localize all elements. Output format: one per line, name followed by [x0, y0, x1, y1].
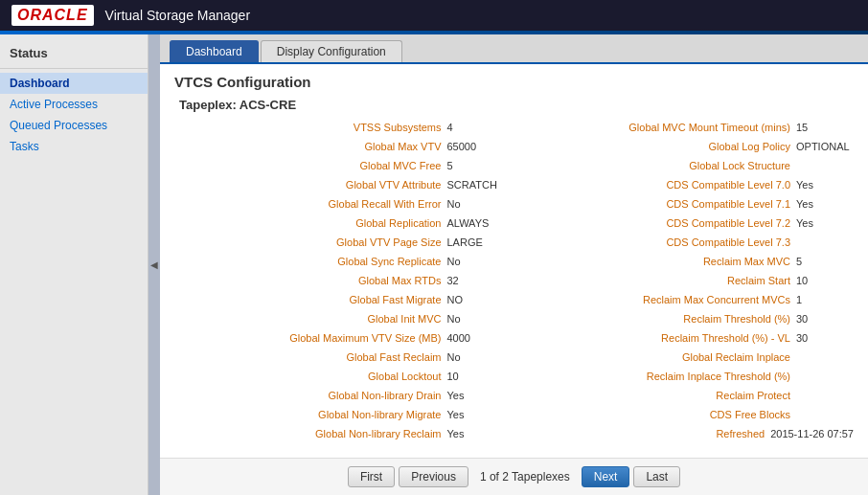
config-label: Global MVC Mount Timeout (mins) [524, 122, 797, 133]
config-value: Yes [796, 179, 854, 191]
config-row: Global MVC Free 5 [174, 160, 505, 176]
config-value: OPTIONAL [796, 141, 854, 152]
config-row: Reclaim Max MVC 5 [524, 256, 855, 272]
config-label: Reclaim Max MVC [524, 256, 797, 267]
config-label: Global Init MVC [174, 313, 447, 325]
config-label: VTSS Subsystems [174, 122, 447, 133]
sidebar-title: Status [0, 42, 148, 69]
config-row: Global Fast Migrate NO [174, 294, 505, 310]
config-row: Global Log Policy OPTIONAL [524, 141, 855, 157]
config-section: VTSS Subsystems 4 Global Max VTV 65000 G… [174, 122, 854, 447]
page-title: VTCS Configuration [174, 74, 854, 90]
config-label: Global Log Policy [524, 141, 797, 152]
config-row: Global Non-library Reclaim Yes [174, 428, 505, 444]
config-value: 65000 [447, 141, 505, 152]
config-label: Reclaim Threshold (%) [524, 313, 797, 325]
config-label: Global Lock Structure [524, 160, 797, 171]
config-row: Global Init MVC No [174, 313, 505, 329]
config-row: Global Reclaim Inplace [524, 351, 855, 368]
config-value: Yes [796, 198, 854, 210]
config-label: Global Fast Migrate [174, 294, 447, 305]
config-row: Reclaim Protect [524, 390, 855, 406]
left-config-column: VTSS Subsystems 4 Global Max VTV 65000 G… [174, 122, 505, 447]
config-value: 15 [796, 122, 854, 133]
config-row: CDS Compatible Level 7.1 Yes [524, 198, 855, 214]
config-value: 4 [447, 122, 505, 133]
config-value: Yes [447, 428, 505, 439]
sidebar-item-tasks[interactable]: Tasks [0, 136, 148, 157]
config-label: Global Fast Reclaim [174, 351, 447, 363]
config-row: Global Replication ALWAYS [174, 217, 505, 234]
config-value: 5 [796, 256, 854, 267]
page-info: 1 of 2 Tapeplexes [472, 467, 578, 486]
config-row: Reclaim Threshold (%) 30 [524, 313, 855, 329]
config-value: LARGE [447, 236, 505, 248]
right-config-column: Global MVC Mount Timeout (mins) 15 Globa… [524, 122, 855, 447]
first-button[interactable]: First [348, 466, 395, 487]
config-value: 30 [796, 332, 854, 344]
tapeplex-subtitle: Tapeplex: ACS-CRE [174, 98, 854, 112]
config-value: 30 [796, 313, 854, 325]
config-value: SCRATCH [447, 179, 505, 191]
config-label: Global Sync Replicate [174, 256, 447, 267]
config-value: 5 [447, 160, 505, 171]
config-row: Global MVC Mount Timeout (mins) 15 [524, 122, 855, 138]
tab-display-config[interactable]: Display Configuration [261, 40, 402, 62]
sidebar: Status Dashboard Active Processes Queued… [0, 34, 148, 495]
config-value: Yes [447, 409, 505, 420]
page-content: VTCS Configuration Tapeplex: ACS-CRE VTS… [160, 64, 868, 458]
config-row: Global Locktout 10 [174, 371, 505, 387]
config-value: 1 [796, 294, 854, 305]
config-label: CDS Compatible Level 7.1 [524, 198, 797, 210]
config-value: 4000 [447, 332, 505, 344]
config-label: Global VTV Attribute [174, 179, 447, 191]
config-label: Reclaim Start [524, 275, 797, 286]
sidebar-wrapper: Status Dashboard Active Processes Queued… [0, 34, 160, 495]
config-row: Global Max VTV 65000 [174, 141, 505, 157]
pagination: First Previous 1 of 2 Tapeplexes Next La… [160, 458, 868, 495]
sidebar-item-active-processes[interactable]: Active Processes [0, 94, 148, 115]
config-label: Global Maximum VTV Size (MB) [174, 332, 447, 344]
config-row: CDS Compatible Level 7.0 Yes [524, 179, 855, 195]
config-label: Global Max RTDs [174, 275, 447, 286]
config-row: Global VTV Page Size LARGE [174, 236, 505, 253]
config-label: Global Non-library Migrate [174, 409, 447, 420]
config-label: Refreshed [524, 428, 771, 439]
config-row: VTSS Subsystems 4 [174, 122, 505, 138]
config-label: Global Max VTV [174, 141, 447, 152]
config-row: Global Fast Reclaim No [174, 351, 505, 368]
config-value: ALWAYS [447, 217, 505, 229]
config-label: Global MVC Free [174, 160, 447, 171]
config-row: Global Recall With Error No [174, 198, 505, 214]
sidebar-item-dashboard[interactable]: Dashboard [0, 73, 148, 94]
config-row: Refreshed 2015-11-26 07:57 [524, 428, 855, 444]
config-value: NO [447, 294, 505, 305]
config-row: Global Non-library Migrate Yes [174, 409, 505, 425]
config-value: Yes [447, 390, 505, 401]
sidebar-toggle[interactable]: ◀ [148, 34, 160, 495]
config-value: 2015-11-26 07:57 [770, 428, 854, 439]
config-label: Reclaim Inplace Threshold (%) [524, 371, 797, 382]
config-label: CDS Compatible Level 7.2 [524, 217, 797, 229]
config-value: Yes [796, 217, 854, 229]
config-label: CDS Compatible Level 7.0 [524, 179, 797, 191]
config-row: Global Max RTDs 32 [174, 275, 505, 291]
config-label: Global Recall With Error [174, 198, 447, 210]
config-row: Global Maximum VTV Size (MB) 4000 [174, 332, 505, 349]
config-value: 10 [796, 275, 854, 286]
config-value: No [447, 351, 505, 363]
oracle-logo: ORACLE [11, 5, 94, 26]
previous-button[interactable]: Previous [399, 466, 468, 487]
config-label: Global VTV Page Size [174, 236, 447, 248]
config-value: No [447, 198, 505, 210]
content-area: Dashboard Display Configuration VTCS Con… [160, 34, 868, 495]
next-button[interactable]: Next [582, 466, 630, 487]
config-row: Global Non-library Drain Yes [174, 390, 505, 406]
config-value: No [447, 313, 505, 325]
config-row: Global Sync Replicate No [174, 256, 505, 272]
config-label: Global Replication [174, 217, 447, 229]
config-row: CDS Compatible Level 7.2 Yes [524, 217, 855, 234]
tab-dashboard[interactable]: Dashboard [170, 40, 259, 62]
last-button[interactable]: Last [633, 466, 680, 487]
sidebar-item-queued-processes[interactable]: Queued Processes [0, 115, 148, 136]
